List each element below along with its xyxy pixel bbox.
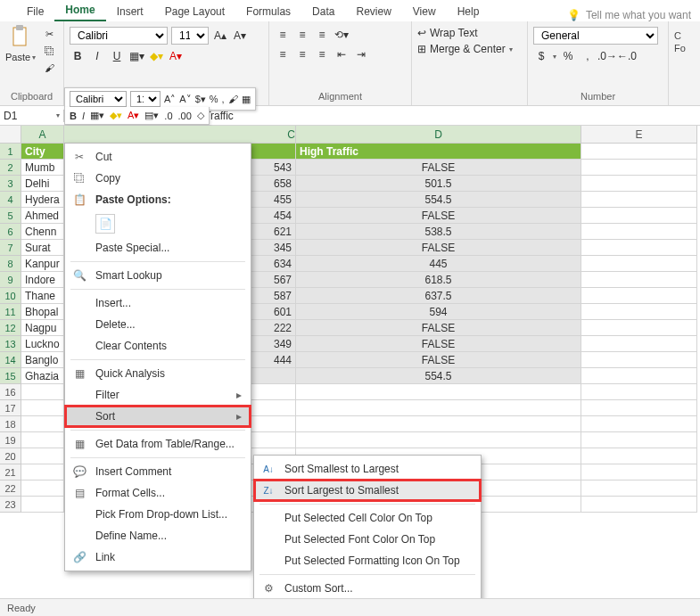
cell[interactable] bbox=[581, 224, 697, 240]
cell[interactable] bbox=[581, 192, 697, 208]
cell[interactable] bbox=[581, 208, 697, 224]
font-family-select[interactable]: Calibri bbox=[70, 27, 168, 45]
comma-button[interactable]: , bbox=[580, 48, 596, 64]
ctx-paste-default[interactable]: 📄 bbox=[65, 210, 251, 237]
sort-desc[interactable]: Z↓Sort Largest to Smallest bbox=[254, 480, 481, 501]
sort-cell-color[interactable]: Put Selected Cell Color On Top bbox=[254, 507, 481, 529]
cell[interactable]: FALSE bbox=[296, 352, 581, 368]
mini-fill-color-icon[interactable]: ◆▾ bbox=[110, 110, 122, 121]
cell[interactable]: Banglo bbox=[21, 352, 64, 368]
paste-button[interactable]: Paste▾ bbox=[5, 52, 36, 62]
cell[interactable] bbox=[581, 256, 697, 272]
row-header[interactable]: 15 bbox=[0, 368, 21, 384]
cell[interactable] bbox=[21, 497, 64, 513]
mini-percent-icon[interactable]: % bbox=[210, 94, 218, 104]
col-header-e[interactable]: E bbox=[581, 126, 697, 144]
mini-bold-button[interactable]: B bbox=[70, 111, 77, 121]
cell[interactable]: Nagpu bbox=[21, 320, 64, 336]
row-header[interactable]: 3 bbox=[0, 176, 21, 192]
row-header[interactable]: 5 bbox=[0, 208, 21, 224]
align-bottom-icon[interactable]: ≡ bbox=[314, 27, 330, 43]
ctx-quick-analysis[interactable]: ▦Quick Analysis bbox=[65, 363, 251, 384]
cell[interactable] bbox=[581, 160, 697, 176]
cell[interactable] bbox=[21, 480, 64, 497]
ctx-sort[interactable]: Sort▸ bbox=[65, 406, 251, 427]
number-format-select[interactable]: General bbox=[533, 27, 658, 45]
tab-data[interactable]: Data bbox=[301, 2, 345, 21]
ctx-link[interactable]: 🔗Link bbox=[65, 546, 251, 568]
decrease-font-icon[interactable]: A▾ bbox=[232, 28, 248, 44]
font-size-select[interactable]: 11 bbox=[171, 27, 209, 45]
col-header-a[interactable]: A bbox=[21, 126, 64, 144]
cell[interactable] bbox=[581, 464, 697, 480]
sort-formatting-icon[interactable]: Put Selected Formatting Icon On Top bbox=[254, 550, 481, 571]
underline-button[interactable]: U bbox=[109, 48, 125, 64]
cell[interactable]: Bhopal bbox=[21, 304, 64, 320]
mini-inc-dec-icon[interactable]: .0 bbox=[164, 111, 172, 121]
mini-currency-icon[interactable]: $▾ bbox=[195, 94, 206, 105]
mini-font-select[interactable]: Calibri bbox=[70, 91, 127, 107]
name-box[interactable]: D1▾ bbox=[0, 110, 64, 122]
cell[interactable] bbox=[581, 416, 697, 432]
mini-increase-font-icon[interactable]: A˄ bbox=[164, 94, 176, 105]
row-header[interactable]: 14 bbox=[0, 352, 21, 368]
decrease-indent-icon[interactable]: ⇤ bbox=[334, 46, 350, 62]
row-header[interactable]: 23 bbox=[0, 497, 21, 513]
cell[interactable] bbox=[21, 432, 64, 448]
row-header[interactable]: 19 bbox=[0, 432, 21, 448]
cell[interactable] bbox=[296, 400, 581, 416]
cell[interactable] bbox=[581, 497, 697, 513]
row-header[interactable]: 2 bbox=[0, 160, 21, 176]
ctx-smart-lookup[interactable]: 🔍Smart Lookup bbox=[65, 265, 251, 286]
tab-insert[interactable]: Insert bbox=[106, 2, 154, 21]
cell[interactable] bbox=[581, 432, 697, 448]
cell[interactable] bbox=[21, 448, 64, 464]
row-header[interactable]: 12 bbox=[0, 320, 21, 336]
cell[interactable]: FALSE bbox=[296, 240, 581, 256]
cell[interactable] bbox=[21, 464, 64, 480]
cell[interactable]: 538.5 bbox=[296, 224, 581, 240]
tell-me[interactable]: 💡 Tell me what you want bbox=[567, 9, 700, 21]
cell[interactable] bbox=[581, 272, 697, 288]
row-header[interactable]: 13 bbox=[0, 336, 21, 352]
cell[interactable] bbox=[581, 144, 697, 160]
align-right-icon[interactable]: ≡ bbox=[314, 46, 330, 62]
increase-indent-icon[interactable]: ⇥ bbox=[353, 46, 369, 62]
truncated-button-c[interactable]: C bbox=[674, 30, 681, 41]
font-color-icon[interactable]: A▾ bbox=[168, 48, 184, 64]
cell[interactable]: FALSE bbox=[296, 160, 581, 176]
mini-clear-icon[interactable]: ◇ bbox=[197, 110, 204, 121]
mini-italic-button[interactable]: I bbox=[82, 111, 85, 121]
mini-format-painter-icon[interactable]: 🖌 bbox=[228, 94, 238, 104]
mini-size-select[interactable]: 11 bbox=[130, 91, 161, 107]
tab-page-layout[interactable]: Page Layout bbox=[154, 2, 235, 21]
ctx-copy[interactable]: ⿻Copy bbox=[65, 168, 251, 189]
mini-cond-format-icon[interactable]: ▤▾ bbox=[144, 110, 159, 121]
cell[interactable] bbox=[21, 416, 64, 432]
cell[interactable]: 637.5 bbox=[296, 288, 581, 304]
row-header[interactable]: 22 bbox=[0, 480, 21, 497]
tab-review[interactable]: Review bbox=[345, 2, 401, 21]
sort-asc[interactable]: A↓Sort Smallest to Largest bbox=[254, 458, 481, 480]
row-header[interactable]: 8 bbox=[0, 256, 21, 272]
truncated-button-fo[interactable]: Fo bbox=[674, 43, 686, 53]
row-header[interactable]: 6 bbox=[0, 224, 21, 240]
cell[interactable]: Thane bbox=[21, 288, 64, 304]
select-all-corner[interactable] bbox=[0, 126, 21, 144]
cell[interactable] bbox=[581, 240, 697, 256]
col-header-c[interactable]: C bbox=[64, 126, 296, 144]
ctx-paste-special[interactable]: Paste Special... bbox=[65, 237, 251, 259]
row-header[interactable]: 20 bbox=[0, 448, 21, 464]
row-header[interactable]: 1 bbox=[0, 144, 21, 160]
ctx-insert-comment[interactable]: 💬Insert Comment bbox=[65, 461, 251, 482]
ctx-insert[interactable]: Insert... bbox=[65, 292, 251, 314]
cell[interactable] bbox=[296, 384, 581, 400]
sort-font-color[interactable]: Put Selected Font Color On Top bbox=[254, 529, 481, 550]
cell[interactable]: Indore bbox=[21, 272, 64, 288]
cell[interactable]: 501.5 bbox=[296, 176, 581, 192]
row-header[interactable]: 16 bbox=[0, 384, 21, 400]
cell[interactable] bbox=[296, 432, 581, 448]
ctx-clear-contents[interactable]: Clear Contents bbox=[65, 335, 251, 357]
cell[interactable] bbox=[581, 480, 697, 497]
cell[interactable]: 554.5 bbox=[296, 192, 581, 208]
